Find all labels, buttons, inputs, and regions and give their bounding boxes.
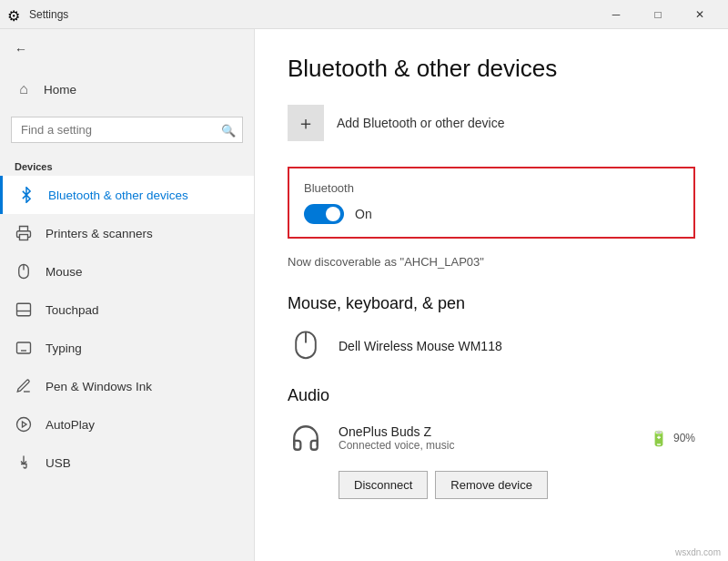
- sidebar-item-pen[interactable]: Pen & Windows Ink: [0, 367, 254, 405]
- sidebar-item-bluetooth[interactable]: Bluetooth & other devices: [0, 176, 254, 214]
- back-arrow-icon: ←: [15, 42, 27, 56]
- add-device-label: Add Bluetooth or other device: [337, 116, 504, 130]
- toggle-track: [304, 204, 344, 224]
- audio-device-status: Connected voice, music: [339, 439, 635, 452]
- window-controls: ─ □ ✕: [595, 0, 721, 29]
- audio-device-item: OnePlus Buds Z Connected voice, music 🔋 …: [288, 420, 695, 456]
- sidebar-item-touchpad[interactable]: Touchpad: [0, 291, 254, 329]
- mouse-device-name: Dell Wireless Mouse WM118: [339, 339, 695, 353]
- sidebar-item-printers[interactable]: Printers & scanners: [0, 214, 254, 252]
- discoverable-text: Now discoverable as "AHCH_LAP03": [288, 255, 695, 269]
- main-content: Bluetooth & other devices ＋ Add Bluetoot…: [255, 29, 728, 561]
- bluetooth-label: Bluetooth & other devices: [48, 189, 188, 202]
- typing-icon: [15, 339, 33, 357]
- add-icon: ＋: [288, 105, 324, 141]
- home-icon: ⌂: [15, 80, 33, 98]
- sidebar-item-usb[interactable]: USB: [0, 444, 254, 482]
- sidebar: ← ⌂ Home 🔍 Devices Bluetooth & other dev…: [0, 29, 255, 561]
- maximize-button[interactable]: □: [637, 0, 679, 29]
- disconnect-button[interactable]: Disconnect: [339, 471, 428, 499]
- sidebar-item-typing[interactable]: Typing: [0, 329, 254, 367]
- svg-rect-3: [17, 303, 31, 316]
- sidebar-item-mouse[interactable]: Mouse: [0, 252, 254, 291]
- printers-label: Printers & scanners: [46, 227, 153, 240]
- mouse-device-info: Dell Wireless Mouse WM118: [339, 339, 695, 353]
- close-button[interactable]: ✕: [679, 0, 721, 29]
- mouse-label: Mouse: [46, 265, 83, 279]
- search-box: 🔍: [11, 117, 243, 143]
- minimize-button[interactable]: ─: [595, 0, 637, 29]
- bluetooth-section: Bluetooth On: [288, 167, 695, 239]
- mouse-device-item: Dell Wireless Mouse WM118: [288, 328, 695, 364]
- bluetooth-toggle[interactable]: [304, 204, 344, 224]
- svg-point-15: [17, 418, 31, 432]
- back-button[interactable]: ←: [0, 29, 254, 69]
- home-label: Home: [44, 83, 76, 97]
- svg-rect-5: [17, 342, 31, 353]
- page-title: Bluetooth & other devices: [288, 55, 695, 83]
- app-body: ← ⌂ Home 🔍 Devices Bluetooth & other dev…: [0, 29, 728, 561]
- audio-section-title: Audio: [288, 386, 695, 405]
- bluetooth-icon: [17, 186, 35, 204]
- autoplay-icon: [15, 415, 33, 434]
- audio-section: Audio OnePlus Buds Z Connected voice, mu…: [288, 386, 695, 499]
- mouse-icon: [15, 262, 33, 280]
- remove-device-button[interactable]: Remove device: [435, 471, 548, 499]
- devices-section-label: Devices: [0, 154, 254, 176]
- touchpad-label: Touchpad: [46, 303, 99, 317]
- sidebar-item-autoplay[interactable]: AutoPlay: [0, 405, 254, 444]
- watermark: wsxdn.com: [675, 547, 721, 557]
- title-bar-label: Settings: [29, 8, 595, 21]
- usb-icon: [15, 454, 33, 472]
- bluetooth-toggle-row: On: [304, 204, 679, 224]
- autoplay-label: AutoPlay: [46, 418, 95, 432]
- mouse-section: Mouse, keyboard, & pen Dell Wireless Mou…: [288, 294, 695, 364]
- mouse-device-icon: [288, 328, 324, 364]
- add-device-button[interactable]: ＋ Add Bluetooth or other device: [288, 105, 504, 141]
- pen-label: Pen & Windows Ink: [46, 380, 152, 393]
- toggle-thumb: [326, 207, 340, 221]
- pen-icon: [15, 377, 33, 395]
- battery-indicator: 🔋 90%: [650, 430, 695, 447]
- svg-rect-0: [20, 235, 28, 240]
- svg-marker-16: [23, 422, 27, 427]
- title-bar: ⚙ Settings ─ □ ✕: [0, 0, 728, 29]
- headphones-icon: [288, 420, 324, 456]
- mouse-section-title: Mouse, keyboard, & pen: [288, 294, 695, 313]
- device-actions: Disconnect Remove device: [288, 471, 695, 499]
- settings-icon: ⚙: [7, 7, 22, 22]
- battery-icon: 🔋: [650, 430, 668, 447]
- sidebar-item-home[interactable]: ⌂ Home: [0, 69, 254, 109]
- audio-device-name: OnePlus Buds Z: [339, 424, 635, 439]
- bluetooth-heading: Bluetooth: [304, 181, 679, 195]
- usb-label: USB: [46, 456, 71, 470]
- bluetooth-toggle-label: On: [355, 207, 372, 221]
- search-input[interactable]: [11, 117, 243, 143]
- printer-icon: [15, 224, 33, 242]
- audio-device-info: OnePlus Buds Z Connected voice, music: [339, 424, 635, 452]
- typing-label: Typing: [46, 342, 82, 355]
- search-icon: 🔍: [221, 123, 236, 137]
- touchpad-icon: [15, 301, 33, 319]
- battery-level: 90%: [673, 432, 695, 444]
